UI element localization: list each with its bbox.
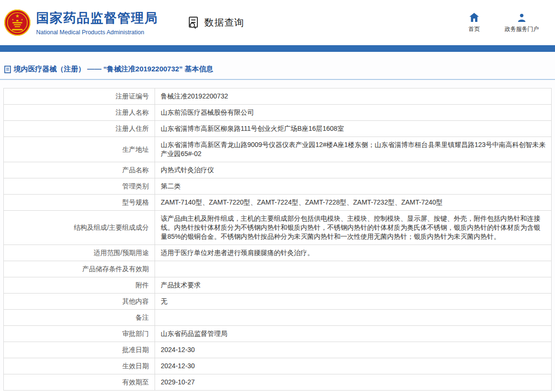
table-row: 审批部门 山东省药品监督管理局	[4, 326, 552, 342]
org-name-en: National Medical Products Administration	[36, 29, 158, 36]
row-value: 无	[155, 294, 552, 310]
row-label: 型号规格	[4, 195, 155, 211]
row-label: 有效期至	[4, 374, 155, 391]
row-value: 2024-12-30	[155, 342, 552, 358]
row-label: 注册人住所	[4, 121, 155, 137]
row-value: 该产品由主机及附件组成，主机的主要组成部分包括供电模块、主模块、控制模块、显示屏…	[155, 211, 552, 245]
row-value: 鲁械注准20192200732	[155, 88, 552, 105]
table-row: 适用范围/预期用途 适用于医疗单位对患者进行颈肩腰腿痛的针灸治疗。	[4, 245, 552, 261]
row-label: 结构及组成/主要组成成分	[4, 211, 155, 245]
row-label: 附件	[4, 277, 155, 294]
table-row: 有效期至 2029-10-27	[4, 374, 552, 391]
row-value: 山东省药品监督管理局	[155, 326, 552, 342]
row-value: 内热式针灸治疗仪	[155, 162, 552, 178]
row-value: 山东省淄博市高新区青龙山路9009号仪器仪表产业园12#楼A座1楼东侧；山东省淄…	[155, 137, 552, 162]
row-label: 生产地址	[4, 137, 155, 162]
page-title: 境内医疗器械（注册） —— “鲁械注准20192200732” 基本信息	[14, 65, 213, 74]
nav-item-label: 政务服务门户	[505, 25, 539, 33]
org-name-cn: 国家药品监督管理局	[36, 10, 158, 27]
row-label: 管理类别	[4, 178, 155, 195]
document-icon	[4, 66, 11, 73]
table-row: 管理类别 第二类	[4, 178, 552, 195]
table-row: 注册人住所 山东省淄博市高新区柳泉路111号创业火炬广场B座16层1608室	[4, 121, 552, 137]
svg-text:★: ★	[15, 13, 19, 19]
table-row: 结构及组成/主要组成成分 该产品由主机及附件组成，主机的主要组成部分包括供电模块…	[4, 211, 552, 245]
table-row: 批准日期 2024-12-30	[4, 342, 552, 358]
nav-item-label: 首页	[468, 25, 480, 33]
row-value	[155, 261, 552, 277]
header-nav: 首页 政务服务门户	[468, 12, 539, 33]
table-row: 产品储存条件及有效期	[4, 261, 552, 277]
row-value: 第二类	[155, 178, 552, 195]
row-label: 其他内容	[4, 294, 155, 310]
row-label: 注册证编号	[4, 88, 155, 105]
table-row: 注册人名称 山东前沿医疗器械股份有限公司	[4, 105, 552, 121]
nmpa-logo-link[interactable]: ★ ★ ★ 国家药品监督管理局 National Medical Product…	[4, 9, 158, 36]
row-value	[155, 310, 552, 326]
site-header: ★ ★ ★ 国家药品监督管理局 National Medical Product…	[0, 0, 555, 45]
table-row: 备注	[4, 310, 552, 326]
home-icon	[469, 12, 479, 23]
row-label: 适用范围/预期用途	[4, 245, 155, 261]
row-label: 产品储存条件及有效期	[4, 261, 155, 277]
breadcrumb: 境内医疗器械（注册） —— “鲁械注准20192200732” 基本信息	[3, 65, 552, 74]
table-row: 附件 产品技术要求	[4, 277, 552, 294]
person-icon	[517, 12, 526, 23]
row-label: 批准日期	[4, 342, 155, 358]
row-value: 产品技术要求	[155, 277, 552, 294]
nav-item-portal[interactable]: 政务服务门户	[505, 12, 539, 33]
table-row: 生效日期 2024-12-30	[4, 358, 552, 374]
table-row: 生产地址 山东省淄博市高新区青龙山路9009号仪器仪表产业园12#楼A座1楼东侧…	[4, 137, 552, 162]
table-row: 产品名称 内热式针灸治疗仪	[4, 162, 552, 178]
row-label: 生效日期	[4, 358, 155, 374]
registration-info-table: 注册证编号 鲁械注准20192200732 注册人名称 山东前沿医疗器械股份有限…	[3, 88, 552, 391]
main-content: 境内医疗器械（注册） —— “鲁械注准20192200732” 基本信息 注册证…	[0, 52, 555, 391]
svg-text:★: ★	[21, 18, 23, 21]
row-value: 2024-12-30	[155, 358, 552, 374]
table-row: 其他内容 无	[4, 294, 552, 310]
header-blue-bar	[0, 45, 555, 52]
row-value: 适用于医疗单位对患者进行颈肩腰腿痛的针灸治疗。	[155, 245, 552, 261]
row-label: 备注	[4, 310, 155, 326]
row-label: 产品名称	[4, 162, 155, 178]
data-query-icon	[188, 16, 201, 29]
nav-item-home[interactable]: 首页	[468, 12, 480, 33]
data-query-tab[interactable]: 数据查询	[188, 16, 244, 29]
row-value: 山东前沿医疗器械股份有限公司	[155, 105, 552, 121]
row-value: 2029-10-27	[155, 374, 552, 391]
svg-text:★: ★	[12, 18, 14, 21]
breadcrumb-divider	[0, 79, 555, 80]
table-row: 型号规格 ZAMT-7140型、ZAMT-7220型、ZAMT-7224型、ZA…	[4, 195, 552, 211]
row-value: 山东省淄博市高新区柳泉路111号创业火炬广场B座16层1608室	[155, 121, 552, 137]
row-label: 注册人名称	[4, 105, 155, 121]
table-row: 注册证编号 鲁械注准20192200732	[4, 88, 552, 105]
data-query-label: 数据查询	[204, 16, 244, 29]
national-emblem-icon: ★ ★ ★	[4, 9, 31, 36]
row-label: 审批部门	[4, 326, 155, 342]
org-names: 国家药品监督管理局 National Medical Products Admi…	[36, 10, 158, 36]
row-value: ZAMT-7140型、ZAMT-7220型、ZAMT-7224型、ZAMT-72…	[155, 195, 552, 211]
